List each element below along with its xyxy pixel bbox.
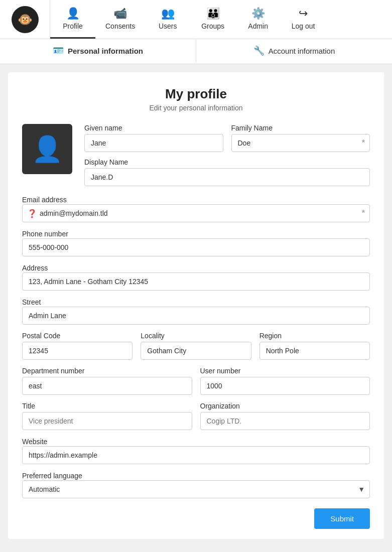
organization-label: Organization [200,402,370,410]
street-input[interactable] [22,307,370,325]
main-content: My profile Edit your personal informatio… [8,72,384,539]
preferred-language-field-group: Preferred language Automatic English Fre… [22,471,370,498]
display-name-input[interactable] [84,168,370,186]
family-name-field: Family Name * [231,124,370,152]
website-label: Website [22,438,47,446]
phone-field-group: Phone number [22,229,370,256]
email-label: Email address [22,196,67,204]
postal-code-input[interactable] [22,342,133,360]
email-input-wrapper: ❓ * [22,204,370,222]
logo-icon: 🐵 [12,6,39,33]
avatar: 👤 [22,124,72,174]
email-input[interactable] [22,204,370,222]
consents-icon: 📹 [113,7,127,20]
address-field-group: Address [22,263,370,291]
department-input[interactable] [22,377,192,395]
preferred-language-label: Preferred language [22,472,82,480]
phone-label: Phone number [22,230,68,238]
organization-input[interactable] [200,412,370,430]
user-number-label: User number [200,367,370,375]
display-name-field: Display Name [84,158,370,186]
tab-account-label: Account information [269,47,335,55]
street-field-group: Street [22,298,370,325]
avatar-icon: 👤 [32,134,63,164]
navbar: 🐵 👤 Profile 📹 Consents 👥 Users 👪 Groups … [0,0,392,39]
title-organization-row: Title Organization [22,402,370,430]
nav-item-profile[interactable]: 👤 Profile [50,0,95,39]
address-input[interactable] [22,272,370,291]
title-input[interactable] [22,412,192,430]
region-label: Region [259,332,370,340]
website-input[interactable] [22,446,370,464]
address-label: Address [22,264,48,272]
family-name-label: Family Name [231,124,370,132]
email-field-group: Email address ❓ * [22,195,370,222]
personal-information-icon: 🪪 [53,45,64,56]
locality-input[interactable] [141,342,251,360]
groups-icon: 👪 [206,7,220,20]
street-label: Street [22,298,41,306]
profile-icon: 👤 [66,7,80,20]
website-field-group: Website [22,437,370,464]
email-icon: ❓ [27,209,37,218]
organization-field: Organization [200,402,370,430]
nav-item-consents[interactable]: 📹 Consents [95,0,145,39]
family-name-required: * [362,139,365,148]
phone-input[interactable] [22,238,370,256]
users-icon: 👥 [161,7,175,20]
title-label: Title [22,402,192,410]
title-field: Title [22,402,192,430]
name-fields: Given name Family Name * Display Name [84,124,370,186]
tab-account-information[interactable]: 🔧 Account information [196,39,392,64]
nav-item-admin[interactable]: ⚙️ Admin [235,0,281,39]
submit-button[interactable]: Submit [314,508,370,529]
nav-label-profile: Profile [63,22,83,30]
admin-icon: ⚙️ [251,7,265,20]
profile-top: 👤 Given name Family Name * [22,124,370,186]
nav-label-consents: Consents [105,22,135,30]
nav-label-logout: Log out [292,22,315,30]
name-row: Given name Family Name * [84,124,370,152]
profile-form: 👤 Given name Family Name * [22,124,370,529]
nav-item-logout[interactable]: ↪ Log out [281,0,326,39]
region-field: Region [259,332,370,360]
footer: About Canaille [0,547,392,552]
display-name-label: Display Name [84,158,370,166]
preferred-language-select[interactable]: Automatic English French [22,480,370,498]
account-information-icon: 🔧 [253,45,265,56]
page-title: My profile [22,86,370,102]
submit-row: Submit [22,508,370,529]
nav-item-groups[interactable]: 👪 Groups [190,0,235,39]
nav-label-groups: Groups [201,22,224,30]
nav-item-users[interactable]: 👥 Users [145,0,190,39]
postal-code-field: Postal Code [22,332,133,360]
nav-label-admin: Admin [248,22,268,30]
department-label: Department number [22,367,192,375]
logo[interactable]: 🐵 [0,0,50,39]
email-required: * [362,209,365,218]
given-name-label: Given name [84,124,223,132]
nav-label-users: Users [159,22,177,30]
postal-code-label: Postal Code [22,332,133,340]
given-name-input[interactable] [84,134,223,152]
user-number-input[interactable] [200,377,370,395]
tab-personal-label: Personal information [68,47,143,55]
tab-personal-information[interactable]: 🪪 Personal information [0,39,196,64]
family-name-input[interactable] [231,134,370,152]
subnav: 🪪 Personal information 🔧 Account informa… [0,39,392,64]
user-number-field: User number [200,367,370,395]
region-input[interactable] [259,342,370,360]
postal-locality-region-row: Postal Code Locality Region [22,332,370,360]
department-field: Department number [22,367,192,395]
preferred-language-wrapper: Automatic English French ▼ [22,480,370,498]
locality-label: Locality [141,332,251,340]
dept-usernumber-row: Department number User number [22,367,370,395]
logout-icon: ↪ [299,7,308,20]
given-name-field: Given name [84,124,223,152]
page-subtitle: Edit your personal information [22,104,370,112]
locality-field: Locality [141,332,251,360]
